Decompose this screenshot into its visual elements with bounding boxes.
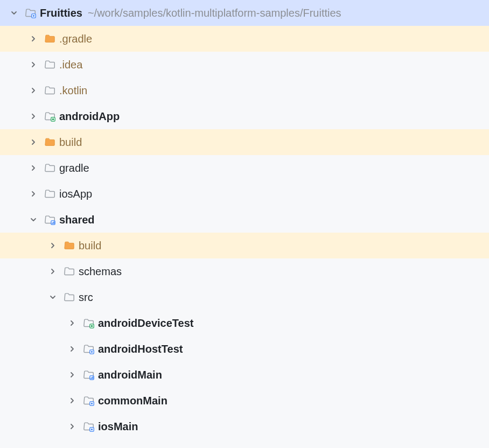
folder-module-blue-icon	[25, 7, 37, 19]
folder-module-green-icon	[44, 110, 56, 122]
folder-module-bars-icon	[83, 369, 95, 381]
tree-row[interactable]: commonMain	[0, 388, 489, 414]
folder-orange-icon	[44, 33, 56, 45]
chevron-right-icon[interactable]	[28, 85, 39, 96]
tree-row-label: src	[79, 291, 93, 304]
root-path: ~/work/samples/kotlin-multiplatform-samp…	[88, 7, 341, 19]
tree-row[interactable]: iosApp	[0, 181, 489, 207]
tree-row-label: shared	[59, 214, 95, 226]
chevron-down-icon[interactable]	[28, 214, 39, 225]
tree-row-label: .idea	[59, 59, 82, 71]
folder-gray-icon	[64, 291, 75, 303]
chevron-down-icon[interactable]	[47, 292, 58, 303]
chevron-right-icon[interactable]	[47, 266, 58, 277]
folder-gray-icon	[44, 85, 56, 96]
folder-module-blue-icon	[83, 421, 95, 432]
tree-row[interactable]: androidMain	[0, 362, 489, 388]
tree-row[interactable]: src	[0, 284, 489, 310]
tree-row[interactable]: .idea	[0, 52, 489, 78]
tree-row[interactable]: androidDeviceTest	[0, 310, 489, 336]
folder-module-blue-icon	[83, 343, 95, 355]
chevron-right-icon[interactable]	[67, 421, 78, 432]
chevron-right-icon[interactable]	[28, 188, 39, 199]
tree-row-label: commonMain	[98, 395, 167, 407]
tree-row-label: androidApp	[59, 110, 120, 123]
tree-row[interactable]: androidApp	[0, 103, 489, 129]
folder-module-green-icon	[83, 317, 95, 329]
project-tree: Fruitties ~/work/samples/kotlin-multipla…	[0, 0, 489, 439]
svg-rect-1	[33, 15, 34, 17]
tree-row[interactable]: shared	[0, 207, 489, 233]
tree-row-label: iosMain	[98, 421, 138, 433]
folder-gray-icon	[44, 188, 56, 200]
tree-row-label: schemas	[79, 265, 122, 278]
chevron-right-icon[interactable]	[28, 111, 39, 122]
tree-row-label: androidMain	[98, 369, 162, 381]
tree-row-label: gradle	[59, 162, 89, 174]
tree-row[interactable]: .kotlin	[0, 78, 489, 103]
tree-row-label: .gradle	[59, 33, 92, 45]
folder-orange-icon	[64, 240, 75, 251]
tree-row[interactable]: .gradle	[0, 26, 489, 52]
tree-row[interactable]: iosMain	[0, 414, 489, 439]
chevron-right-icon[interactable]	[47, 240, 58, 251]
tree-row-root[interactable]: Fruitties ~/work/samples/kotlin-multipla…	[0, 0, 489, 26]
tree-row[interactable]: gradle	[0, 155, 489, 181]
folder-module-blue-icon	[83, 395, 95, 407]
chevron-right-icon[interactable]	[67, 318, 78, 328]
tree-row[interactable]: build	[0, 129, 489, 155]
chevron-right-icon[interactable]	[67, 369, 78, 380]
folder-gray-icon	[44, 162, 56, 174]
tree-row[interactable]: androidHostTest	[0, 336, 489, 362]
tree-row-label: iosApp	[59, 188, 92, 200]
folder-orange-icon	[44, 136, 56, 148]
chevron-right-icon[interactable]	[28, 59, 39, 70]
folder-module-bars-icon	[44, 214, 56, 226]
tree-row-label: build	[59, 136, 82, 149]
tree-row-label: androidDeviceTest	[98, 317, 193, 330]
chevron-right-icon[interactable]	[28, 163, 39, 173]
tree-row-label: .kotlin	[59, 85, 87, 97]
folder-gray-icon	[64, 265, 75, 277]
tree-row-label: androidHostTest	[98, 343, 183, 355]
tree-row-label: build	[79, 240, 101, 252]
tree-row[interactable]: build	[0, 233, 489, 258]
chevron-right-icon[interactable]	[28, 33, 39, 44]
root-label: Fruitties	[40, 7, 82, 19]
folder-gray-icon	[44, 59, 56, 71]
chevron-right-icon[interactable]	[28, 137, 39, 148]
chevron-down-icon[interactable]	[9, 8, 19, 18]
chevron-right-icon[interactable]	[67, 395, 78, 406]
chevron-right-icon[interactable]	[67, 344, 78, 354]
tree-row[interactable]: schemas	[0, 258, 489, 284]
